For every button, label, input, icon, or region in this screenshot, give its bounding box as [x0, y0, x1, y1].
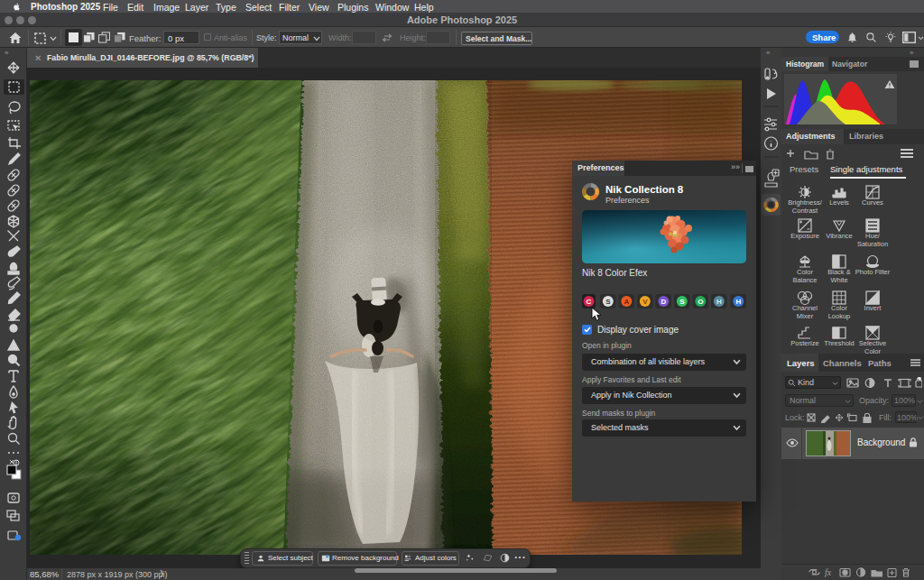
svg-text:O: O	[698, 298, 703, 306]
svg-text:fx: fx	[825, 567, 832, 577]
svg-text:C: C	[587, 298, 592, 306]
svg-text:V: V	[642, 298, 648, 306]
svg-text:H: H	[735, 298, 741, 306]
svg-text:S: S	[605, 298, 611, 306]
svg-text:S: S	[679, 298, 685, 306]
svg-text:A: A	[624, 298, 629, 306]
svg-text:H: H	[716, 298, 722, 306]
svg-text:D: D	[661, 298, 666, 306]
